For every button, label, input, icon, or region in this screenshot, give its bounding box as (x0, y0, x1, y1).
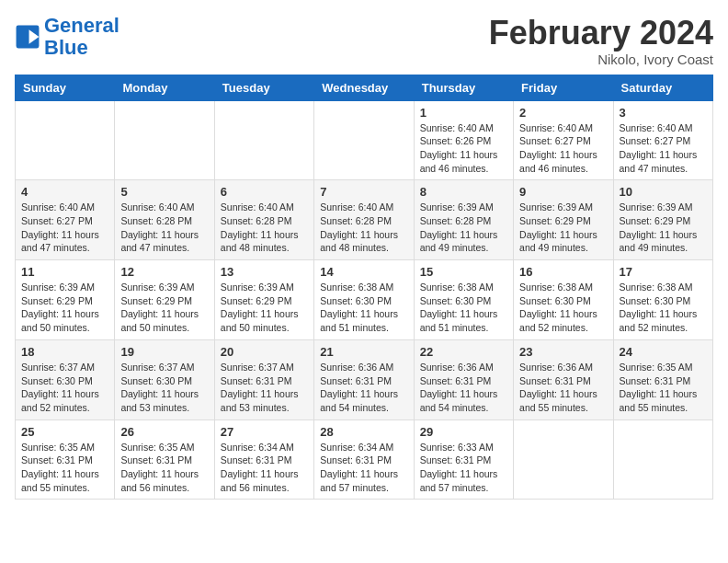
location-title: Nikolo, Ivory Coast (489, 52, 713, 67)
day-info: Sunrise: 6:36 AM Sunset: 6:31 PM Dayligh… (420, 361, 507, 415)
day-info: Sunrise: 6:40 AM Sunset: 6:26 PM Dayligh… (420, 121, 507, 176)
day-number: 2 (519, 106, 607, 120)
weekday-header: Sunday (16, 75, 115, 100)
day-info: Sunrise: 6:40 AM Sunset: 6:27 PM Dayligh… (21, 201, 108, 255)
logo: General Blue (15, 15, 119, 59)
day-number: 27 (221, 425, 308, 439)
calendar-day (115, 100, 214, 180)
day-number: 6 (221, 185, 308, 199)
day-number: 26 (120, 425, 208, 439)
calendar-day: 20Sunrise: 6:37 AM Sunset: 6:31 PM Dayli… (214, 339, 313, 419)
day-number: 12 (120, 265, 208, 279)
day-number: 3 (620, 106, 707, 120)
day-info: Sunrise: 6:36 AM Sunset: 6:31 PM Dayligh… (320, 361, 407, 415)
weekday-header: Thursday (414, 75, 513, 100)
day-number: 5 (120, 185, 208, 199)
day-number: 7 (320, 185, 407, 199)
day-info: Sunrise: 6:35 AM Sunset: 6:31 PM Dayligh… (21, 441, 108, 495)
calendar-day: 4Sunrise: 6:40 AM Sunset: 6:27 PM Daylig… (16, 180, 115, 260)
calendar-day: 3Sunrise: 6:40 AM Sunset: 6:27 PM Daylig… (613, 100, 712, 180)
calendar-day: 19Sunrise: 6:37 AM Sunset: 6:30 PM Dayli… (115, 339, 214, 419)
day-info: Sunrise: 6:37 AM Sunset: 6:30 PM Dayligh… (21, 361, 108, 415)
weekday-header: Monday (115, 75, 214, 100)
day-info: Sunrise: 6:40 AM Sunset: 6:28 PM Dayligh… (320, 201, 407, 255)
day-number: 24 (620, 345, 707, 359)
calendar-day (514, 419, 613, 500)
day-number: 15 (420, 265, 507, 279)
calendar-day: 14Sunrise: 6:38 AM Sunset: 6:30 PM Dayli… (314, 260, 414, 340)
day-info: Sunrise: 6:40 AM Sunset: 6:27 PM Dayligh… (620, 121, 707, 176)
day-number: 1 (420, 106, 507, 120)
day-number: 18 (21, 345, 108, 359)
day-info: Sunrise: 6:40 AM Sunset: 6:27 PM Dayligh… (519, 121, 607, 176)
day-number: 23 (519, 345, 607, 359)
day-info: Sunrise: 6:35 AM Sunset: 6:31 PM Dayligh… (120, 441, 208, 495)
logo-general: General (44, 14, 119, 37)
calendar-day: 5Sunrise: 6:40 AM Sunset: 6:28 PM Daylig… (115, 180, 214, 260)
calendar-day: 26Sunrise: 6:35 AM Sunset: 6:31 PM Dayli… (115, 419, 214, 500)
logo-text: General Blue (44, 15, 119, 59)
day-number: 4 (21, 185, 108, 199)
calendar-day (613, 419, 712, 500)
day-number: 16 (519, 265, 607, 279)
calendar-day: 24Sunrise: 6:35 AM Sunset: 6:31 PM Dayli… (613, 339, 712, 419)
day-number: 11 (21, 265, 108, 279)
day-info: Sunrise: 6:37 AM Sunset: 6:31 PM Dayligh… (221, 361, 308, 415)
day-info: Sunrise: 6:39 AM Sunset: 6:29 PM Dayligh… (519, 201, 607, 255)
calendar-week: 25Sunrise: 6:35 AM Sunset: 6:31 PM Dayli… (16, 419, 713, 500)
calendar-day: 13Sunrise: 6:39 AM Sunset: 6:29 PM Dayli… (214, 260, 313, 340)
day-number: 14 (320, 265, 407, 279)
day-info: Sunrise: 6:39 AM Sunset: 6:29 PM Dayligh… (620, 201, 707, 255)
day-info: Sunrise: 6:39 AM Sunset: 6:28 PM Dayligh… (420, 201, 507, 255)
day-number: 9 (519, 185, 607, 199)
day-info: Sunrise: 6:39 AM Sunset: 6:29 PM Dayligh… (120, 281, 208, 335)
day-number: 19 (120, 345, 208, 359)
day-number: 25 (21, 425, 108, 439)
calendar-day: 16Sunrise: 6:38 AM Sunset: 6:30 PM Dayli… (514, 260, 613, 340)
day-number: 21 (320, 345, 407, 359)
calendar-day: 22Sunrise: 6:36 AM Sunset: 6:31 PM Dayli… (414, 339, 513, 419)
logo-icon (15, 24, 40, 50)
day-number: 13 (221, 265, 308, 279)
calendar-day: 12Sunrise: 6:39 AM Sunset: 6:29 PM Dayli… (115, 260, 214, 340)
weekday-header: Wednesday (314, 75, 414, 100)
weekday-header: Friday (514, 75, 613, 100)
calendar-day: 28Sunrise: 6:34 AM Sunset: 6:31 PM Dayli… (314, 419, 414, 500)
calendar-day (314, 100, 414, 180)
day-info: Sunrise: 6:34 AM Sunset: 6:31 PM Dayligh… (320, 441, 407, 495)
calendar-day: 8Sunrise: 6:39 AM Sunset: 6:28 PM Daylig… (414, 180, 513, 260)
calendar-day: 23Sunrise: 6:36 AM Sunset: 6:31 PM Dayli… (514, 339, 613, 419)
day-number: 10 (620, 185, 707, 199)
title-area: February 2024 Nikolo, Ivory Coast (489, 15, 713, 67)
calendar-day: 27Sunrise: 6:34 AM Sunset: 6:31 PM Dayli… (214, 419, 313, 500)
calendar-day: 7Sunrise: 6:40 AM Sunset: 6:28 PM Daylig… (314, 180, 414, 260)
calendar-day: 18Sunrise: 6:37 AM Sunset: 6:30 PM Dayli… (16, 339, 115, 419)
calendar-week: 1Sunrise: 6:40 AM Sunset: 6:26 PM Daylig… (16, 100, 713, 180)
day-number: 28 (320, 425, 407, 439)
calendar-header: SundayMondayTuesdayWednesdayThursdayFrid… (16, 75, 713, 100)
calendar-body: 1Sunrise: 6:40 AM Sunset: 6:26 PM Daylig… (16, 100, 713, 500)
day-info: Sunrise: 6:40 AM Sunset: 6:28 PM Dayligh… (221, 201, 308, 255)
page-header: General Blue February 2024 Nikolo, Ivory… (15, 15, 713, 67)
day-number: 17 (620, 265, 707, 279)
calendar-day: 10Sunrise: 6:39 AM Sunset: 6:29 PM Dayli… (613, 180, 712, 260)
calendar-day: 2Sunrise: 6:40 AM Sunset: 6:27 PM Daylig… (514, 100, 613, 180)
month-title: February 2024 (489, 15, 713, 52)
day-info: Sunrise: 6:39 AM Sunset: 6:29 PM Dayligh… (221, 281, 308, 335)
day-info: Sunrise: 6:38 AM Sunset: 6:30 PM Dayligh… (519, 281, 607, 335)
calendar-day: 21Sunrise: 6:36 AM Sunset: 6:31 PM Dayli… (314, 339, 414, 419)
day-info: Sunrise: 6:40 AM Sunset: 6:28 PM Dayligh… (120, 201, 208, 255)
calendar-day: 15Sunrise: 6:38 AM Sunset: 6:30 PM Dayli… (414, 260, 513, 340)
day-info: Sunrise: 6:34 AM Sunset: 6:31 PM Dayligh… (221, 441, 308, 495)
day-info: Sunrise: 6:39 AM Sunset: 6:29 PM Dayligh… (21, 281, 108, 335)
calendar-day: 9Sunrise: 6:39 AM Sunset: 6:29 PM Daylig… (514, 180, 613, 260)
day-info: Sunrise: 6:38 AM Sunset: 6:30 PM Dayligh… (320, 281, 407, 335)
calendar-day (16, 100, 115, 180)
calendar-week: 4Sunrise: 6:40 AM Sunset: 6:27 PM Daylig… (16, 180, 713, 260)
day-number: 22 (420, 345, 507, 359)
calendar-day: 11Sunrise: 6:39 AM Sunset: 6:29 PM Dayli… (16, 260, 115, 340)
calendar-day: 1Sunrise: 6:40 AM Sunset: 6:26 PM Daylig… (414, 100, 513, 180)
day-info: Sunrise: 6:35 AM Sunset: 6:31 PM Dayligh… (620, 361, 707, 415)
day-number: 29 (420, 425, 507, 439)
day-info: Sunrise: 6:38 AM Sunset: 6:30 PM Dayligh… (620, 281, 707, 335)
